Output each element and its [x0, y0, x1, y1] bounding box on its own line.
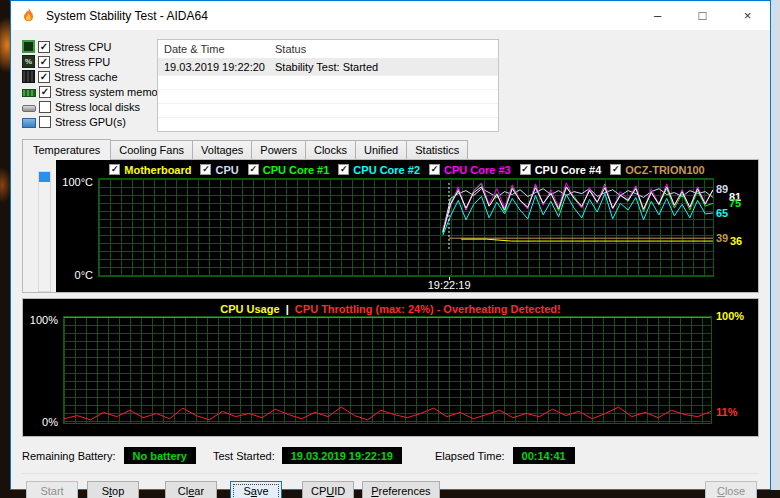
- elapsed-time-value: 00:14:41: [513, 447, 575, 464]
- temperatures-tab-page: ✓Motherboard✓CPU✓CPU Core #1✓CPU Core #2…: [22, 159, 759, 293]
- legend-checkbox[interactable]: ✓: [109, 164, 120, 175]
- event-log-row[interactable]: 19.03.2019 19:22:20 Stability Test: Star…: [158, 58, 498, 75]
- stress-option-row: ✓Stress CPU: [22, 39, 148, 54]
- column-header-status: Status: [271, 43, 498, 55]
- chart-value-label: 36: [730, 235, 742, 247]
- usage-axis-max-label: 100%: [30, 314, 58, 326]
- start-button: Start: [26, 481, 78, 498]
- tab-unified[interactable]: Unified: [355, 140, 407, 159]
- legend-item: ✓CPU Core #2: [338, 164, 420, 176]
- chart-scrollbar-thumb[interactable]: [39, 172, 50, 182]
- usage-axis-min-label: 0%: [42, 416, 58, 428]
- desktop-background-left: [0, 0, 10, 498]
- maximize-button[interactable]: □: [680, 1, 725, 30]
- stress-option-row: ✓Stress system memory: [22, 84, 148, 99]
- dialog-buttons: StartStopClearSaveCPUIDPreferencesClose: [22, 474, 759, 498]
- elapsed-time-label: Elapsed Time:: [435, 450, 505, 462]
- cpu-usage-panel: CPU Usage | CPU Throttling (max: 24%) - …: [22, 298, 759, 437]
- stress-option-row: %✓Stress FPU: [22, 54, 148, 69]
- chart-scroll-column: [23, 160, 56, 292]
- tab-statistics[interactable]: Statistics: [406, 140, 468, 159]
- event-log-empty-row: [158, 75, 498, 89]
- temperature-chart: ✓Motherboard✓CPU✓CPU Core #1✓CPU Core #2…: [56, 160, 758, 292]
- cpuid-button[interactable]: CPUID: [302, 481, 354, 498]
- tab-voltages[interactable]: Voltages: [192, 140, 252, 159]
- legend-label: CPU Core #1: [263, 164, 330, 176]
- cache-icon: [22, 70, 35, 83]
- legend-checkbox[interactable]: ✓: [610, 164, 621, 175]
- legend-checkbox[interactable]: ✓: [248, 164, 259, 175]
- chart-value-label: 75: [729, 197, 741, 209]
- tab-clocks[interactable]: Clocks: [305, 140, 356, 159]
- chart-value-label: 39: [716, 232, 728, 244]
- legend-label: CPU Core #2: [353, 164, 420, 176]
- save-button[interactable]: Save: [230, 481, 282, 498]
- legend-item: ✓OCZ-TRION100: [610, 164, 704, 176]
- minimize-button[interactable]: –: [635, 1, 680, 30]
- stress-checkbox[interactable]: ✓: [39, 86, 51, 98]
- stress-option-label: Stress GPU(s): [55, 116, 126, 128]
- legend-checkbox[interactable]: ✓: [520, 164, 531, 175]
- event-log-empty-row: [158, 89, 498, 103]
- chart-value-label: 65: [716, 207, 728, 219]
- window-title: System Stability Test - AIDA64: [46, 9, 208, 23]
- column-header-date-time: Date & Time: [158, 43, 271, 55]
- temperature-legend: ✓Motherboard✓CPU✓CPU Core #1✓CPU Core #2…: [56, 160, 758, 176]
- stress-option-label: Stress system memory: [55, 86, 167, 98]
- stress-checkbox[interactable]: [39, 101, 51, 113]
- disk-icon: [22, 105, 36, 112]
- stress-options-list: ✓Stress CPU%✓Stress FPU✓Stress cache✓Str…: [22, 39, 148, 132]
- legend-checkbox[interactable]: ✓: [200, 164, 211, 175]
- legend-label: CPU: [215, 164, 238, 176]
- time-axis: 19:22:19: [56, 277, 758, 292]
- gpu-icon: [22, 118, 36, 128]
- temp-axis-max-label: 100°C: [62, 176, 93, 188]
- stress-option-label: Stress FPU: [54, 56, 110, 68]
- stress-checkbox[interactable]: ✓: [38, 56, 50, 68]
- stress-checkbox[interactable]: ✓: [38, 71, 50, 83]
- status-bar: Remaining Battery: No battery Test Start…: [22, 446, 759, 465]
- battery-value: No battery: [124, 447, 196, 464]
- stress-checkbox[interactable]: ✓: [38, 41, 50, 53]
- preferences-button[interactable]: Preferences: [362, 481, 439, 498]
- tab-temperatures[interactable]: Temperatures: [22, 139, 111, 160]
- legend-item: ✓CPU: [200, 164, 238, 176]
- stress-option-row: ✓Stress cache: [22, 69, 148, 84]
- cpu-icon: [22, 40, 35, 53]
- tab-powers[interactable]: Powers: [251, 140, 306, 159]
- event-status: Stability Test: Started: [271, 61, 498, 73]
- chart-scrollbar[interactable]: [38, 171, 51, 292]
- cpu-usage-plot-area: [63, 316, 712, 424]
- cpu-usage-title: CPU Usage | CPU Throttling (max: 24%) - …: [23, 299, 758, 314]
- chart-tabs: TemperaturesCooling FansVoltagesPowersCl…: [22, 139, 759, 159]
- stop-button[interactable]: Stop: [87, 481, 139, 498]
- legend-item: ✓CPU Core #4: [520, 164, 602, 176]
- legend-item: ✓Motherboard: [109, 164, 191, 176]
- tab-cooling-fans[interactable]: Cooling Fans: [110, 140, 193, 159]
- series-cpu-throttling: [64, 407, 711, 420]
- event-log-table: Date & Time Status 19.03.2019 19:22:20 S…: [157, 39, 499, 132]
- event-log-empty-row: [158, 103, 498, 117]
- fpu-icon: %: [22, 55, 35, 68]
- event-log-empty-row: [158, 117, 498, 131]
- stress-checkbox[interactable]: [39, 116, 51, 128]
- close-button: Close: [705, 481, 757, 498]
- stress-option-label: Stress cache: [54, 71, 118, 83]
- clear-button[interactable]: Clear: [165, 481, 217, 498]
- title-bar[interactable]: System Stability Test - AIDA64 – □ ×: [11, 1, 770, 30]
- series-cpu-core-4: [443, 187, 713, 233]
- legend-checkbox[interactable]: ✓: [338, 164, 349, 175]
- legend-label: CPU Core #4: [535, 164, 602, 176]
- event-date-time: 19.03.2019 19:22:20: [158, 61, 271, 73]
- stress-option-label: Stress CPU: [54, 41, 111, 53]
- stress-option-label: Stress local disks: [55, 101, 140, 113]
- legend-checkbox[interactable]: ✓: [429, 164, 440, 175]
- usage-value-labels: 100%11%: [712, 316, 758, 424]
- legend-label: OCZ-TRION100: [625, 164, 704, 176]
- close-window-button[interactable]: ×: [725, 1, 770, 30]
- stress-option-row: Stress GPU(s): [22, 114, 148, 129]
- battery-label: Remaining Battery:: [22, 450, 116, 462]
- legend-item: ✓CPU Core #1: [248, 164, 330, 176]
- test-started-label: Test Started:: [213, 450, 275, 462]
- series-cpu: [443, 189, 713, 232]
